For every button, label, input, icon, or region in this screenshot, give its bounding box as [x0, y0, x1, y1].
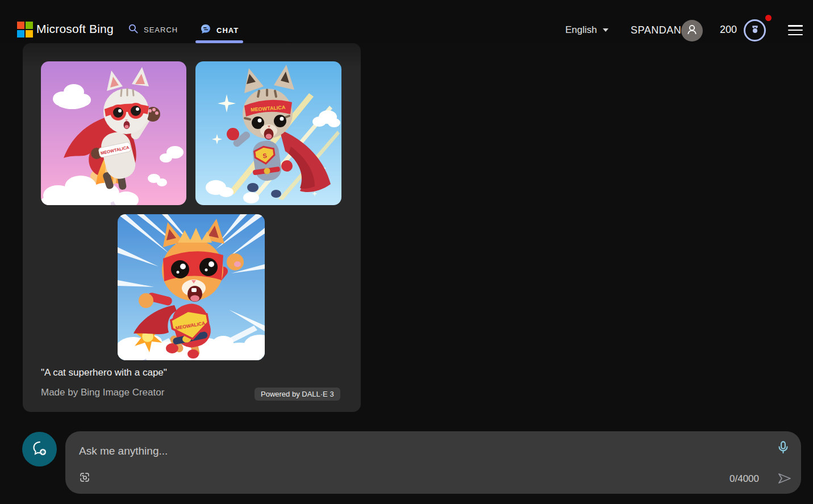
chat-composer: 0/4000 — [65, 431, 801, 494]
powered-by-badge: Powered by DALL·E 3 — [255, 388, 340, 401]
logo-square-yellow — [26, 30, 33, 38]
rewards-icon — [749, 23, 761, 38]
microphone-icon[interactable] — [776, 440, 791, 457]
cat-superhero-illustration-2: S MEOWTALICA — [195, 61, 341, 205]
generated-image-3[interactable]: MEOWALICA — [118, 214, 265, 360]
chat-icon — [200, 23, 211, 37]
top-navbar: Microsoft Bing SEARCH CHAT English SPAND… — [0, 0, 813, 43]
language-dropdown[interactable]: English — [565, 24, 608, 36]
visual-search-icon[interactable] — [78, 471, 91, 486]
logo-square-blue — [17, 30, 24, 38]
user-icon — [685, 23, 699, 39]
new-topic-button[interactable] — [22, 432, 57, 466]
menu-icon[interactable] — [788, 25, 803, 35]
generated-image-1[interactable]: MEOWTALICA — [41, 61, 186, 205]
cat-superhero-illustration-1: MEOWTALICA — [41, 61, 186, 205]
notification-dot — [765, 15, 772, 21]
menu-bar — [788, 34, 803, 36]
rewards-points: 200 — [720, 24, 737, 36]
tab-chat[interactable]: CHAT — [200, 23, 239, 37]
tab-search[interactable]: SEARCH — [128, 23, 178, 36]
char-counter: 0/4000 — [729, 473, 759, 485]
avatar[interactable] — [681, 20, 703, 41]
logo-square-green — [26, 22, 33, 29]
chat-message-card: MEOWTALICA — [23, 43, 361, 412]
username-label[interactable]: SPANDAN — [631, 24, 681, 36]
cat-superhero-illustration-3: MEOWALICA — [118, 214, 265, 360]
microsoft-logo-icon[interactable] — [17, 22, 33, 38]
image-prompt-caption: "A cat superhero with a cape" — [41, 367, 167, 378]
generated-image-2[interactable]: S MEOWTALICA — [195, 61, 341, 205]
menu-bar — [788, 30, 803, 31]
search-icon — [128, 23, 139, 36]
tab-chat-label: CHAT — [216, 26, 239, 35]
brand-title[interactable]: Microsoft Bing — [36, 22, 114, 36]
logo-square-red — [17, 22, 24, 29]
send-icon[interactable] — [777, 470, 793, 489]
active-tab-underline — [195, 40, 243, 43]
chat-input[interactable] — [79, 439, 755, 463]
menu-bar — [788, 25, 803, 27]
new-topic-icon — [30, 439, 49, 460]
tab-search-label: SEARCH — [144, 26, 178, 34]
language-label: English — [565, 24, 597, 36]
chevron-down-icon — [603, 28, 608, 32]
made-by-byline: Made by Bing Image Creator — [41, 387, 164, 398]
rewards-button[interactable] — [744, 19, 766, 41]
